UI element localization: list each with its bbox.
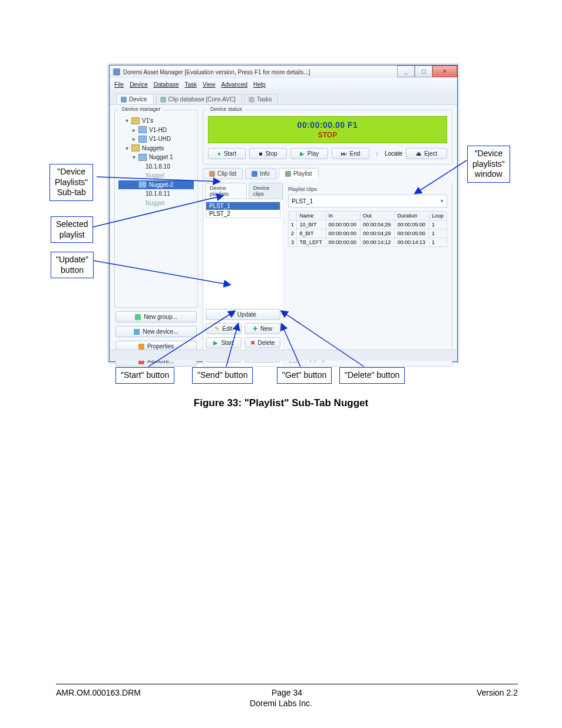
transport-stop-label: Stop — [265, 150, 277, 157]
tree-item[interactable]: ▸V1-UHD — [118, 134, 194, 144]
table-row[interactable]: 110_BIT00:00:00:0000:00:04;2900:00:05:00… — [288, 220, 447, 229]
new-button[interactable]: ✚New — [244, 323, 280, 334]
tab-clip-database[interactable]: Clip database [Core-AVC] — [156, 94, 242, 104]
table-row[interactable]: 28_BIT00:00:00:0000:00:04;2900:00:05:001 — [288, 229, 447, 238]
app-icon — [113, 68, 120, 75]
tree-item[interactable]: 10.1.8.11 — [118, 189, 194, 199]
tree-item[interactable]: ▾Nugget 1 — [118, 153, 194, 162]
properties-icon — [138, 344, 144, 350]
locate-slider[interactable] — [376, 151, 378, 156]
device-icon — [121, 97, 127, 103]
tab-tasks[interactable]: Tasks — [244, 94, 279, 104]
edit-button[interactable]: ✎Edit — [206, 323, 242, 334]
playlist-area: Device playlists Device clips PLST_1PLST… — [203, 183, 452, 367]
device-status-legend: Device status — [208, 106, 244, 112]
update-button[interactable]: ⟳Update — [206, 309, 280, 320]
inner-tabbar: Device playlists Device clips — [203, 183, 283, 199]
tree-item[interactable]: 10.1.8.10 — [118, 162, 194, 172]
column-header[interactable]: Out — [361, 212, 395, 220]
subtab-clip-list[interactable]: Clip list — [203, 168, 243, 179]
tree-item[interactable]: ▸V1-HD — [118, 126, 194, 135]
column-header[interactable]: Duration — [395, 212, 429, 220]
playlist-clips-pane: Playlist clips PLST_1 NameInOutDurationL… — [283, 183, 452, 366]
page-footer: AMR.OM.000163.DRM Page 34 Version 2.2 — [56, 684, 518, 697]
locate-label: Locate — [385, 150, 402, 157]
window-minimize-button[interactable]: _ — [397, 65, 415, 77]
folder-plus-icon — [135, 314, 141, 320]
timecode-display: 00:00:00.00 F1 STOP — [208, 116, 447, 143]
playlist-select-value: PLST_1 — [292, 198, 313, 205]
device-manager-panel: Device manager ▾V1's▸V1-HD▸V1-UHD▾Nugget… — [114, 110, 198, 308]
properties-label: Properties — [147, 343, 174, 350]
column-header[interactable]: Name — [297, 212, 326, 220]
column-header[interactable] — [288, 212, 296, 220]
callout-update-button: "Update" button — [51, 252, 94, 278]
playlist-clips-legend: Playlist clips — [288, 186, 447, 192]
transport-stop-button[interactable]: ■Stop — [249, 148, 287, 159]
innertab-device-clips[interactable]: Device clips — [249, 183, 283, 199]
subtab-info-label: Info — [260, 170, 270, 177]
subtab-playlist[interactable]: Playlist — [279, 168, 319, 179]
menu-device[interactable]: Device — [130, 81, 148, 88]
menu-view[interactable]: View — [203, 81, 216, 88]
app-window: Doremi Asset Manager [Evaluation version… — [109, 65, 458, 362]
menu-advanced[interactable]: Advanced — [222, 81, 247, 88]
delete-button[interactable]: ✖Delete — [244, 337, 280, 348]
tab-clip-database-label: Clip database [Core-AVC] — [168, 96, 236, 103]
menu-file[interactable]: File — [114, 81, 124, 88]
transport-end-button[interactable]: ⏭End — [332, 148, 369, 159]
innertab-device-playlists[interactable]: Device playlists — [205, 183, 247, 199]
info-icon — [252, 171, 257, 177]
column-header[interactable]: Loop — [429, 212, 447, 220]
menu-task[interactable]: Task — [185, 81, 197, 88]
new-group-button[interactable]: New group... — [115, 311, 197, 322]
tree-item[interactable]: ▾Nuggets — [118, 144, 194, 153]
playlist-item[interactable]: PLST_2 — [206, 210, 280, 218]
subtab-clip-list-label: Clip list — [217, 170, 236, 177]
playlist-list[interactable]: PLST_1PLST_2 — [206, 202, 280, 218]
menu-help[interactable]: Help — [253, 81, 266, 88]
timecode-value: 00:00:00.00 F1 — [297, 120, 358, 130]
window-maximize-button[interactable]: ▢ — [415, 65, 432, 77]
transport-play-button[interactable]: ▶Play — [290, 148, 328, 159]
transport-start-button[interactable]: ●Start — [208, 148, 246, 159]
eject-button[interactable]: ⏏Eject — [406, 148, 447, 159]
transport-start-label: Start — [224, 150, 236, 157]
window-title: Doremi Asset Manager [Evaluation version… — [123, 69, 310, 75]
table-row[interactable]: 3TB_LEFT00:00:00:0000:00:14;1200:00:14:1… — [288, 238, 447, 247]
tab-device[interactable]: Device — [117, 94, 154, 104]
menu-database[interactable]: Database — [154, 81, 179, 88]
playlist-select[interactable]: PLST_1 — [288, 195, 447, 207]
callout-device-playlists-subtab: "Device Playlists" Sub-tab — [49, 164, 93, 201]
device-manager-legend: Device manager — [120, 106, 163, 112]
subtab-info[interactable]: Info — [245, 168, 276, 179]
tree-item[interactable]: ▾V1's — [118, 116, 194, 126]
edit-button-label: Edit — [222, 325, 232, 332]
subtab-playlist-label: Playlist — [293, 170, 312, 177]
column-header[interactable]: In — [326, 212, 360, 220]
menubar: File Device Database Task View Advanced … — [110, 78, 457, 90]
footer-org: Doremi Labs Inc. — [0, 699, 562, 708]
figure-title: Figure 33: "Playlist" Sub-Tab Nugget — [0, 397, 562, 409]
device-status-panel: Device status 00:00:00.00 F1 STOP ●Start… — [203, 110, 452, 164]
window-close-button[interactable]: ✕ — [432, 65, 457, 77]
tab-device-label: Device — [129, 96, 147, 103]
cliplist-icon — [209, 171, 215, 177]
tree-item[interactable]: Nugget — [118, 171, 194, 180]
database-icon — [160, 97, 166, 103]
update-button-label: Update — [237, 311, 256, 318]
new-device-label: New device... — [143, 328, 178, 335]
callout-delete-button: "Delete" button — [339, 367, 405, 384]
tree-item[interactable]: Nugget — [118, 199, 194, 208]
delete-button-label: Delete — [258, 340, 275, 346]
transport-play-label: Play — [308, 150, 319, 157]
playlist-start-button[interactable]: ▶Start — [206, 337, 242, 348]
tree-item[interactable]: ▾Nugget-2 — [118, 180, 194, 190]
new-device-button[interactable]: New device... — [115, 326, 197, 337]
playlist-item[interactable]: PLST_1 — [206, 202, 280, 210]
device-tree[interactable]: ▾V1's▸V1-HD▸V1-UHD▾Nuggets▾Nugget 110.1.… — [118, 116, 194, 207]
subtab-bar: Clip list Info Playlist — [203, 168, 452, 179]
tab-tasks-label: Tasks — [257, 96, 272, 103]
callout-start-button: "Start" button — [115, 367, 174, 384]
footer-page: Page 34 — [56, 688, 518, 697]
